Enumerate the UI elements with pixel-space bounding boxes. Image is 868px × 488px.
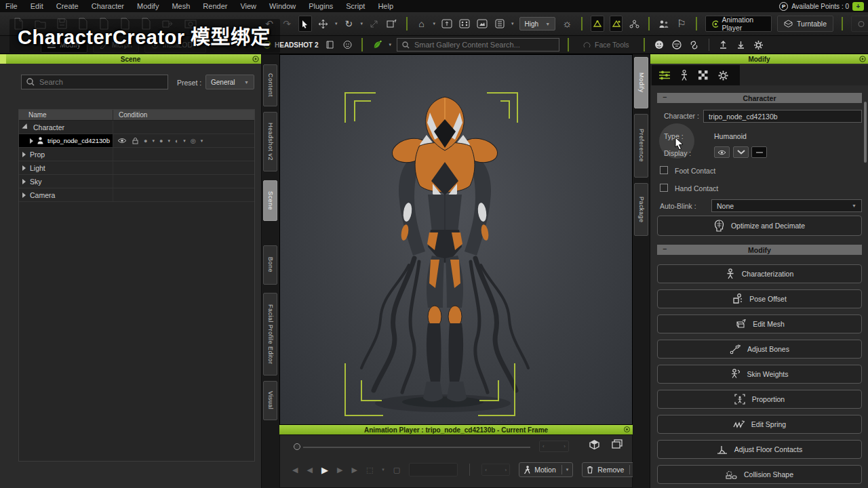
expand-triangle-icon[interactable] xyxy=(30,138,33,144)
tab-headshot-v2[interactable]: Headshot v2 xyxy=(263,112,277,171)
camera-target-icon[interactable] xyxy=(610,16,623,32)
material-caret-icon[interactable]: ▾ xyxy=(152,138,155,144)
tree-row-sky[interactable]: Sky xyxy=(19,175,254,188)
collision-shape-button[interactable]: Collision Shape xyxy=(657,465,862,484)
animation-player-bar[interactable]: Animation Player : tripo_node_cd42130b -… xyxy=(279,425,633,434)
display-hidden-button[interactable] xyxy=(751,146,767,158)
shader-dot-icon[interactable]: ● xyxy=(159,138,163,144)
shader-caret-icon[interactable]: ▾ xyxy=(167,138,170,144)
camera-view-1-icon[interactable] xyxy=(441,16,453,32)
camera-view-3-icon[interactable] xyxy=(476,16,488,32)
settings-gear-icon[interactable] xyxy=(753,37,765,53)
modify-section-header[interactable]: − Modify xyxy=(657,245,862,255)
move-options-caret-icon[interactable]: ▾ xyxy=(335,21,338,26)
target-caret-icon[interactable]: ▾ xyxy=(201,138,203,144)
foot-contact-checkbox[interactable] xyxy=(660,166,668,174)
menu-window[interactable]: Window xyxy=(269,2,296,10)
opacity-icon[interactable]: ◐ xyxy=(175,138,178,144)
loop-button[interactable]: ▢ xyxy=(393,466,400,474)
play-button[interactable]: ▶ xyxy=(321,465,328,475)
tree-row-prop[interactable]: Prop xyxy=(19,148,254,161)
hand-contact-checkbox[interactable] xyxy=(660,184,668,192)
panel-options-icon[interactable] xyxy=(859,56,866,62)
move-tool-icon[interactable] xyxy=(317,16,330,32)
transform-tool-icon[interactable] xyxy=(386,16,398,32)
auto-blink-dropdown[interactable]: None ▼ xyxy=(711,199,862,212)
character-name-field[interactable]: tripo_node_cd42130b xyxy=(703,110,862,123)
edit-mesh-button[interactable]: Edit Mesh xyxy=(657,314,862,333)
opacity-caret-icon[interactable]: ▾ xyxy=(183,138,186,144)
copy-frames-icon[interactable] xyxy=(612,439,623,449)
display-chevron-button[interactable] xyxy=(733,146,749,158)
expand-triangle-icon[interactable] xyxy=(22,192,26,198)
tree-row-camera[interactable]: Camera xyxy=(19,188,254,202)
menu-plugins[interactable]: Plugins xyxy=(309,2,333,10)
characterization-button[interactable]: Characterization xyxy=(657,264,862,283)
tree-row-tripo-node[interactable]: tripo_node_cd42130b ● ▾ ● ▾ ◐ ▾ ◎ ▾ xyxy=(19,134,254,148)
column-condition[interactable]: Condition xyxy=(113,110,254,120)
creator-button[interactable]: Cr...er xyxy=(851,16,868,32)
motion-button[interactable]: Motion ▾ xyxy=(519,462,573,477)
collapse-minus-icon[interactable]: − xyxy=(663,93,667,101)
link-icon[interactable] xyxy=(688,37,701,53)
tab-visual[interactable]: Visual xyxy=(263,381,277,420)
tab-preference[interactable]: Preference xyxy=(634,114,648,178)
material-dot-icon[interactable]: ● xyxy=(144,138,147,144)
menu-mesh[interactable]: Mesh xyxy=(172,2,190,10)
flag-icon[interactable]: ⚐ xyxy=(675,16,688,32)
viewport-3d[interactable]: · · · · · · · · xyxy=(279,54,633,425)
menu-script[interactable]: Script xyxy=(346,2,365,10)
face-tools-button[interactable]: Face Tools xyxy=(577,37,635,53)
menu-modify[interactable]: Modify xyxy=(137,2,159,10)
pick-target-icon[interactable]: ◎ xyxy=(191,138,196,144)
frame-spinner[interactable]: ‹› xyxy=(539,441,569,452)
subtab-settings-icon[interactable] xyxy=(717,70,729,81)
adjust-bones-button[interactable]: Adjust Bones xyxy=(657,340,862,359)
home-options-caret-icon[interactable]: ▾ xyxy=(433,21,436,26)
animation-player-button[interactable]: Animation Player xyxy=(705,16,772,32)
tab-modify[interactable]: Modify xyxy=(634,57,648,108)
pose-offset-button[interactable]: Pose Offset xyxy=(657,289,862,308)
expand-triangle-icon[interactable] xyxy=(22,165,26,171)
speed-spinner[interactable]: ‹› xyxy=(481,464,510,476)
step-forward-button[interactable]: ▶ xyxy=(337,466,342,474)
render-caret-icon[interactable]: ▾ xyxy=(511,21,514,26)
rotate-options-caret-icon[interactable]: ▾ xyxy=(360,21,363,26)
column-name[interactable]: Name xyxy=(19,110,113,120)
menu-help[interactable]: Help xyxy=(378,2,393,10)
menu-file[interactable]: File xyxy=(5,2,18,10)
characters-icon[interactable] xyxy=(658,16,670,32)
camera-view-2-icon[interactable] xyxy=(458,16,471,32)
face-profile-icon[interactable] xyxy=(341,37,353,53)
menu-view[interactable]: View xyxy=(240,2,256,10)
menu-create[interactable]: Create xyxy=(56,2,79,10)
content-library-icon[interactable] xyxy=(323,37,336,53)
home-view-icon[interactable]: ⌂ xyxy=(416,16,428,32)
subtab-texture-icon[interactable] xyxy=(698,70,709,81)
add-points-button[interactable]: + xyxy=(852,2,864,11)
face-key-icon[interactable] xyxy=(653,37,665,53)
go-end-button[interactable]: ▶ xyxy=(351,466,357,474)
panel-options-icon[interactable] xyxy=(252,56,259,62)
quality-dropdown[interactable]: High ▼ xyxy=(519,17,556,30)
visibility-eye-icon[interactable] xyxy=(117,138,127,144)
menu-edit[interactable]: Edit xyxy=(31,2,43,10)
timeline-track[interactable] xyxy=(303,447,530,448)
skin-weights-button[interactable]: Skin Weights xyxy=(657,365,862,384)
optimize-decimate-button[interactable]: Optimize and Decimate xyxy=(657,216,862,236)
collapse-triangle-icon[interactable] xyxy=(22,123,29,131)
step-back-button[interactable]: ◀ xyxy=(307,466,312,474)
upload-icon[interactable] xyxy=(717,37,730,53)
camera-path-icon[interactable] xyxy=(591,16,604,32)
timeline-handle[interactable] xyxy=(294,443,300,450)
tab-content[interactable]: Content xyxy=(263,64,277,106)
tab-package[interactable]: Package xyxy=(634,183,648,236)
subtab-attributes-icon[interactable] xyxy=(658,70,671,81)
menu-character[interactable]: Character xyxy=(92,2,124,10)
turntable-button[interactable]: Turntable xyxy=(777,16,833,32)
mask-icon[interactable] xyxy=(671,37,683,53)
proportion-button[interactable]: Proportion xyxy=(657,390,862,409)
lock-icon[interactable] xyxy=(132,137,139,144)
tab-facial-profile-editor[interactable]: Facial Profile Editor xyxy=(263,293,277,375)
panel-scrollbar[interactable] xyxy=(864,102,867,163)
